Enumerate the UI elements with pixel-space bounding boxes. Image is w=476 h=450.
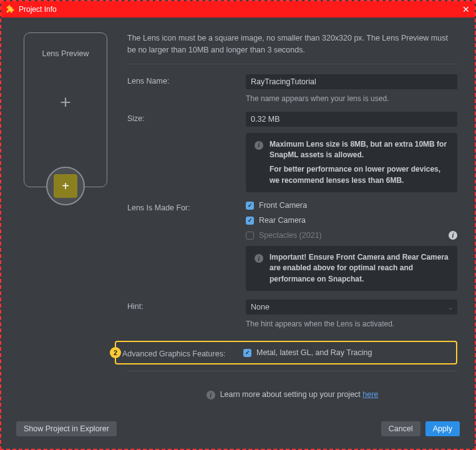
lens-name-label: Lens Name: [127,74,246,86]
description-text: The Lens icon must be a square image, no… [127,32,457,56]
window-title: Project Info [19,5,57,14]
lens-preview-box[interactable]: Lens Preview + + [24,32,107,187]
front-camera-checkbox[interactable]: ✓Front Camera [246,201,457,210]
add-plus-icon: + [54,174,77,198]
lens-name-input[interactable] [246,74,457,89]
add-icon-button[interactable]: + [46,167,85,205]
hint-label: Hint: [127,300,246,311]
project-info-window: Project Info ✕ Lens Preview + + The Lens… [0,0,476,450]
titlebar: Project Info ✕ [1,1,475,17]
close-button[interactable]: ✕ [462,4,470,14]
puzzle-icon [6,5,15,14]
divider [127,371,457,371]
footer: Show Project in Explorer Cancel Apply [1,414,475,449]
learn-more-row: i Learn more about setting up your proje… [127,381,457,409]
size-value: 0.32 MB [246,112,457,127]
spectacles-checkbox[interactable]: Spectacles (2021) [246,231,322,240]
made-for-info-text: Important! Ensure Front Camera and Rear … [270,252,449,285]
advanced-highlight: 2 Advanced Graphics Features: ✓Metal, la… [115,341,457,364]
info-icon: i [255,141,263,150]
rear-camera-checkbox[interactable]: ✓Rear Camera [246,216,457,225]
plus-icon: + [60,92,71,113]
show-in-explorer-button[interactable]: Show Project in Explorer [16,421,117,436]
advanced-label: Advanced Graphics Features: [122,347,243,358]
info-icon: i [255,254,263,263]
size-label: Size: [127,112,246,123]
info-icon: i [206,391,215,399]
apply-button[interactable]: Apply [425,421,460,436]
size-info-line1: Maximum Lens size is 8MB, but an extra 1… [270,139,449,161]
size-info-box: i Maximum Lens size is 8MB, but an extra… [246,133,457,193]
lens-name-subtext: The name appears when your lens is used. [246,94,457,103]
chevron-down-icon: ⌵ [449,304,452,311]
step-badge: 2 [110,347,121,358]
divider [127,64,457,64]
lens-preview-label: Lens Preview [42,49,89,58]
learn-more-link[interactable]: here [362,390,378,399]
spectacles-info-icon[interactable]: i [449,231,457,240]
advanced-checkbox[interactable]: ✓Metal, latest GL, and Ray Tracing [243,348,372,357]
hint-select[interactable]: None ⌵ [246,300,457,315]
size-info-line2: For better performance on lower power de… [270,164,449,186]
made-for-info-box: i Important! Ensure Front Camera and Rea… [246,246,457,291]
cancel-button[interactable]: Cancel [381,421,420,436]
hint-subtext: The hint appears when the Lens is activa… [246,320,457,328]
made-for-label: Lens Is Made For: [127,201,246,212]
